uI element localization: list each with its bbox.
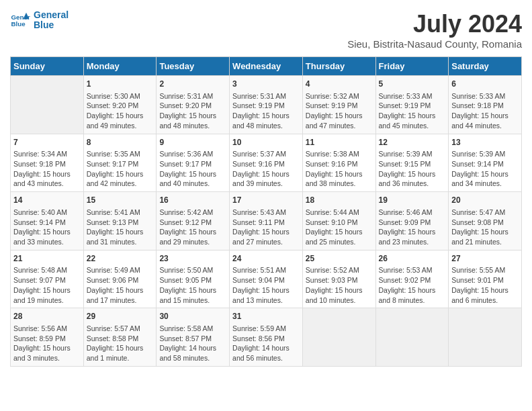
cell-info: Sunset: 8:57 PM bbox=[159, 334, 226, 344]
cell-info: and 38 minutes. bbox=[306, 179, 373, 189]
cell-info: and 44 minutes. bbox=[451, 121, 519, 131]
calendar-cell: 28Sunrise: 5:56 AMSunset: 8:59 PMDayligh… bbox=[11, 308, 84, 367]
calendar-week-3: 14Sunrise: 5:40 AMSunset: 9:14 PMDayligh… bbox=[11, 192, 522, 250]
cell-info: Daylight: 15 hours bbox=[306, 227, 373, 237]
cell-info: Daylight: 15 hours bbox=[451, 169, 519, 179]
cell-info: Sunrise: 5:44 AM bbox=[306, 208, 373, 218]
cell-info: and 40 minutes. bbox=[159, 179, 226, 189]
cell-info: Sunset: 9:20 PM bbox=[87, 101, 154, 111]
cell-info: Sunrise: 5:31 AM bbox=[159, 91, 226, 101]
cell-info: Sunset: 9:16 PM bbox=[232, 159, 300, 169]
calendar-cell bbox=[449, 308, 522, 367]
day-number: 3 bbox=[232, 79, 300, 90]
cell-info: Daylight: 15 hours bbox=[379, 111, 446, 121]
calendar-cell: 25Sunrise: 5:52 AMSunset: 9:03 PMDayligh… bbox=[302, 250, 375, 308]
day-number: 27 bbox=[451, 253, 519, 265]
cell-info: Daylight: 15 hours bbox=[159, 285, 226, 295]
cell-info: Sunset: 9:14 PM bbox=[13, 218, 81, 228]
cell-info: Daylight: 15 hours bbox=[13, 343, 81, 353]
cell-info: and 8 minutes. bbox=[379, 295, 446, 306]
cell-info: Sunrise: 5:56 AM bbox=[13, 324, 81, 334]
cell-info: Sunrise: 5:40 AM bbox=[13, 208, 81, 218]
cell-info: Sunset: 8:56 PM bbox=[232, 334, 300, 344]
cell-info: Sunrise: 5:32 AM bbox=[306, 91, 373, 101]
cell-info: Daylight: 15 hours bbox=[87, 343, 154, 353]
cell-info: Daylight: 14 hours bbox=[232, 343, 300, 353]
calendar-cell bbox=[375, 308, 449, 367]
cell-info: Sunrise: 5:36 AM bbox=[159, 149, 226, 159]
day-number: 10 bbox=[232, 137, 300, 148]
calendar-cell: 7Sunrise: 5:34 AMSunset: 9:18 PMDaylight… bbox=[11, 134, 84, 192]
cell-info: and 48 minutes. bbox=[159, 121, 226, 131]
logo-icon: General Blue bbox=[10, 10, 30, 30]
cell-info: Daylight: 15 hours bbox=[87, 285, 154, 295]
day-number: 18 bbox=[306, 195, 373, 206]
cell-info: and 49 minutes. bbox=[87, 121, 154, 131]
header-day-sunday: Sunday bbox=[11, 57, 84, 76]
day-number: 26 bbox=[379, 253, 446, 265]
cell-info: Sunrise: 5:34 AM bbox=[13, 149, 81, 159]
cell-info: Daylight: 15 hours bbox=[87, 111, 154, 121]
cell-info: Sunset: 9:10 PM bbox=[306, 218, 373, 228]
cell-info: Sunset: 9:14 PM bbox=[451, 159, 519, 169]
calendar-cell: 30Sunrise: 5:58 AMSunset: 8:57 PMDayligh… bbox=[157, 308, 230, 367]
cell-info: Sunrise: 5:35 AM bbox=[87, 149, 154, 159]
cell-info: and 36 minutes. bbox=[379, 179, 446, 189]
cell-info: and 3 minutes. bbox=[13, 353, 81, 363]
day-number: 21 bbox=[13, 253, 81, 265]
cell-info: and 6 minutes. bbox=[451, 295, 519, 306]
calendar-cell: 26Sunrise: 5:53 AMSunset: 9:02 PMDayligh… bbox=[375, 250, 449, 308]
cell-info: Sunset: 9:18 PM bbox=[451, 101, 519, 111]
calendar-subtitle: Sieu, Bistrita-Nasaud County, Romania bbox=[347, 38, 522, 50]
calendar-cell: 17Sunrise: 5:43 AMSunset: 9:11 PMDayligh… bbox=[230, 192, 303, 250]
cell-info: Sunrise: 5:49 AM bbox=[87, 265, 154, 275]
cell-info: Sunset: 9:15 PM bbox=[379, 159, 446, 169]
cell-info: Sunrise: 5:37 AM bbox=[232, 149, 300, 159]
cell-info: and 31 minutes. bbox=[87, 237, 154, 247]
cell-info: Sunrise: 5:31 AM bbox=[232, 91, 300, 101]
cell-info: Sunset: 9:19 PM bbox=[306, 101, 373, 111]
cell-info: Sunset: 9:06 PM bbox=[87, 275, 154, 285]
day-number: 28 bbox=[13, 311, 81, 322]
header-day-friday: Friday bbox=[375, 57, 449, 76]
cell-info: and 29 minutes. bbox=[159, 237, 226, 247]
cell-info: Sunrise: 5:53 AM bbox=[379, 265, 446, 275]
calendar-week-1: 1Sunrise: 5:30 AMSunset: 9:20 PMDaylight… bbox=[11, 76, 522, 134]
calendar-cell: 24Sunrise: 5:51 AMSunset: 9:04 PMDayligh… bbox=[230, 250, 303, 308]
cell-info: and 39 minutes. bbox=[232, 179, 300, 189]
day-number: 2 bbox=[159, 79, 226, 90]
cell-info: Daylight: 15 hours bbox=[306, 285, 373, 295]
day-number: 20 bbox=[451, 195, 519, 206]
title-section: July 2024 Sieu, Bistrita-Nasaud County, … bbox=[347, 10, 522, 50]
calendar-cell: 16Sunrise: 5:42 AMSunset: 9:12 PMDayligh… bbox=[157, 192, 230, 250]
cell-info: Sunrise: 5:57 AM bbox=[87, 324, 154, 334]
cell-info: and 10 minutes. bbox=[306, 295, 373, 306]
cell-info: and 25 minutes. bbox=[306, 237, 373, 247]
cell-info: Sunset: 9:05 PM bbox=[159, 275, 226, 285]
cell-info: and 47 minutes. bbox=[306, 121, 373, 131]
calendar-cell: 31Sunrise: 5:59 AMSunset: 8:56 PMDayligh… bbox=[230, 308, 303, 367]
calendar-table: SundayMondayTuesdayWednesdayThursdayFrid… bbox=[10, 56, 522, 367]
calendar-cell: 1Sunrise: 5:30 AMSunset: 9:20 PMDaylight… bbox=[83, 76, 157, 134]
calendar-cell: 4Sunrise: 5:32 AMSunset: 9:19 PMDaylight… bbox=[302, 76, 375, 134]
day-number: 31 bbox=[232, 311, 300, 322]
cell-info: Sunrise: 5:39 AM bbox=[451, 149, 519, 159]
calendar-cell: 12Sunrise: 5:39 AMSunset: 9:15 PMDayligh… bbox=[375, 134, 449, 192]
calendar-cell bbox=[302, 308, 375, 367]
cell-info: Sunset: 9:16 PM bbox=[306, 159, 373, 169]
cell-info: Sunset: 9:17 PM bbox=[159, 159, 226, 169]
cell-info: Sunset: 9:03 PM bbox=[306, 275, 373, 285]
calendar-cell: 2Sunrise: 5:31 AMSunset: 9:20 PMDaylight… bbox=[157, 76, 230, 134]
calendar-cell: 5Sunrise: 5:33 AMSunset: 9:19 PMDaylight… bbox=[375, 76, 449, 134]
day-number: 25 bbox=[306, 253, 373, 265]
cell-info: Daylight: 15 hours bbox=[232, 169, 300, 179]
cell-info: Sunrise: 5:33 AM bbox=[379, 91, 446, 101]
cell-info: and 1 minute. bbox=[87, 353, 154, 363]
cell-info: Daylight: 15 hours bbox=[451, 285, 519, 295]
day-number: 12 bbox=[379, 137, 446, 148]
calendar-cell: 13Sunrise: 5:39 AMSunset: 9:14 PMDayligh… bbox=[449, 134, 522, 192]
day-number: 4 bbox=[306, 79, 373, 90]
header-day-thursday: Thursday bbox=[302, 57, 375, 76]
calendar-cell: 29Sunrise: 5:57 AMSunset: 8:58 PMDayligh… bbox=[83, 308, 157, 367]
cell-info: Daylight: 15 hours bbox=[13, 285, 81, 295]
